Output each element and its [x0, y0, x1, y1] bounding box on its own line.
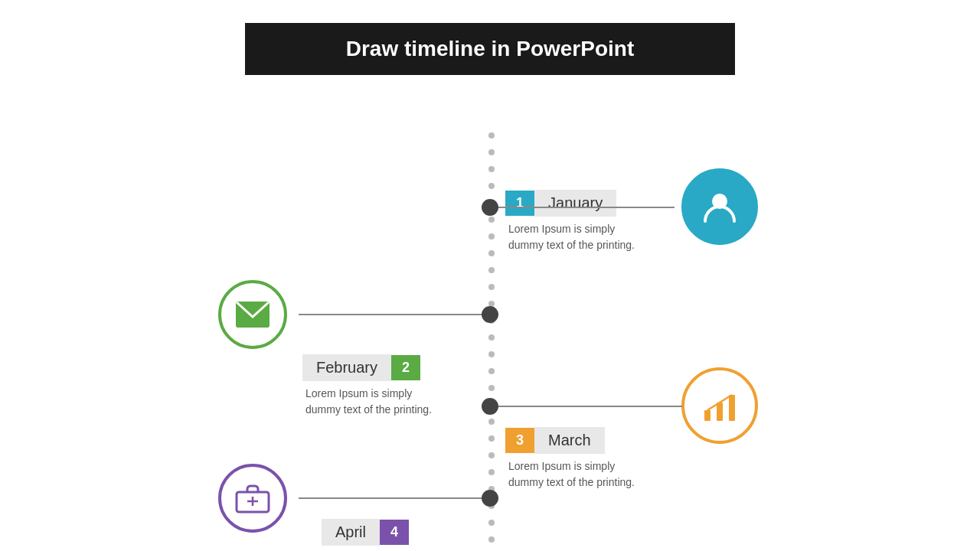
title-bar: Draw timeline in PowerPoint	[245, 23, 735, 75]
timeline-bullet-1	[482, 199, 498, 216]
month-desc-3: Lorem Ipsum is simplydummy text of the p…	[505, 458, 635, 491]
month-item-1: 1 January Lorem Ipsum is simplydummy tex…	[505, 190, 635, 253]
timeline-bullet-3	[482, 398, 498, 415]
month-name-2: February	[302, 354, 391, 381]
month-desc-1: Lorem Ipsum is simplydummy text of the p…	[505, 221, 635, 253]
icon-briefcase	[218, 464, 287, 533]
month-item-4: April 4 Lorem Ipsum is simplydummy text …	[322, 519, 451, 551]
icon-chart	[681, 367, 758, 444]
month-number-2: 2	[391, 355, 420, 380]
connector-3	[498, 406, 682, 407]
month-number-1: 1	[505, 191, 534, 216]
month-name-4: April	[322, 519, 380, 546]
icon-person	[681, 168, 758, 245]
month-item-3: 3 March Lorem Ipsum is simplydummy text …	[505, 427, 635, 491]
month-item-2: February 2 Lorem Ipsum is simplydummy te…	[302, 354, 432, 418]
month-name-3: March	[534, 427, 605, 454]
icon-mail	[218, 280, 287, 349]
month-number-4: 4	[380, 520, 409, 545]
svg-rect-4	[729, 395, 735, 421]
svg-rect-2	[704, 410, 710, 421]
month-desc-2: Lorem Ipsum is simplydummy text of the p…	[302, 386, 432, 418]
connector-2	[299, 314, 482, 315]
dot-line	[488, 132, 495, 551]
timeline-container: 1 January Lorem Ipsum is simplydummy tex…	[0, 75, 980, 549]
connector-4	[299, 497, 482, 499]
month-name-1: January	[534, 190, 616, 217]
month-number-3: 3	[505, 428, 534, 453]
timeline-bullet-2	[482, 306, 498, 323]
timeline-bullet-4	[482, 490, 498, 507]
svg-rect-3	[717, 403, 723, 421]
connector-1	[498, 207, 675, 208]
